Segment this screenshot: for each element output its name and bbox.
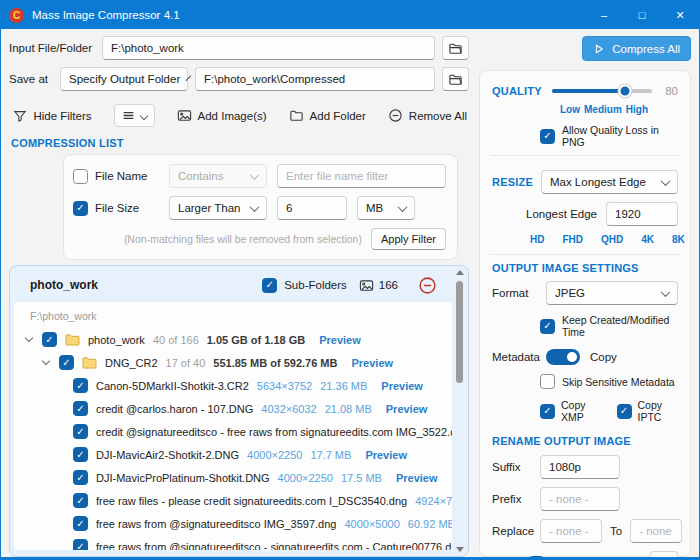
metadata-state-label: Copy: [590, 351, 617, 363]
output-folder-field[interactable]: [195, 67, 435, 91]
row-checkbox[interactable]: [42, 332, 57, 347]
preview-link[interactable]: Preview: [386, 403, 428, 415]
apply-filter-button[interactable]: Apply Filter: [371, 228, 446, 250]
row-dimensions: 4000×2250: [278, 472, 333, 484]
tree-row-file[interactable]: credit @signatureeditsco - free raws fro…: [14, 420, 452, 443]
save-at-label: Save at: [9, 73, 53, 85]
quality-high-label[interactable]: High: [626, 104, 648, 115]
chevron-down-icon[interactable]: [24, 338, 34, 341]
copy-iptc-checkbox[interactable]: [617, 404, 632, 419]
preset-fhd-link[interactable]: FHD: [562, 234, 583, 245]
resize-mode-select[interactable]: Max Longest Edge: [541, 170, 678, 194]
remove-folder-button[interactable]: [416, 274, 438, 296]
watermark-settings-button[interactable]: ⚙: [650, 551, 678, 560]
preset-hd-link[interactable]: HD: [530, 234, 544, 245]
metadata-label: Metadata: [492, 351, 536, 363]
remove-all-label: Remove All: [409, 110, 467, 122]
tree-row-file[interactable]: Canon-5DMarkII-Shotkit-3.CR25634×375221.…: [14, 374, 452, 397]
row-dimensions: 4924×7378: [415, 495, 452, 507]
format-select[interactable]: JPEG: [546, 281, 678, 305]
tree-row-file[interactable]: DJI-MavicProPlatinum-Shotkit.DNG4000×225…: [14, 466, 452, 489]
file-name-operator-select[interactable]: Contains: [169, 164, 267, 188]
keep-time-checkbox[interactable]: [540, 319, 555, 334]
compression-list-heading: COMPRESSION LIST: [11, 137, 469, 149]
longest-edge-input[interactable]: [606, 202, 678, 226]
chevron-down-icon[interactable]: [41, 361, 51, 364]
preview-link[interactable]: Preview: [381, 380, 423, 392]
file-size-value-input[interactable]: [277, 196, 347, 220]
scrollbar-thumb[interactable]: [456, 281, 463, 383]
file-size-filter-checkbox[interactable]: [73, 201, 88, 216]
suffix-input[interactable]: [540, 455, 620, 479]
image-count-icon: [359, 278, 374, 293]
metadata-toggle[interactable]: [546, 349, 580, 365]
row-checkbox[interactable]: [73, 378, 88, 393]
row-checkbox[interactable]: [73, 401, 88, 416]
tree-row-file[interactable]: credit @carlos.haron - 107.DNG4032×60322…: [14, 397, 452, 420]
browse-input-button[interactable]: [442, 36, 469, 60]
subfolders-checkbox[interactable]: [262, 278, 277, 293]
row-size: 551.85 MB of 592.76 MB: [213, 357, 337, 369]
image-count: 166: [379, 279, 398, 291]
minimize-button[interactable]: –: [585, 1, 623, 29]
file-size-operator-select[interactable]: Larger Than: [169, 196, 267, 220]
image-icon: [177, 108, 192, 123]
add-images-button[interactable]: Add Image(s): [177, 108, 267, 123]
scroll-up-arrow[interactable]: [456, 270, 464, 275]
row-checkbox[interactable]: [73, 493, 88, 508]
preset-8k-link[interactable]: 8K: [672, 234, 685, 245]
close-button[interactable]: ✕: [661, 1, 699, 29]
preview-link[interactable]: Preview: [319, 334, 361, 346]
row-checkbox[interactable]: [73, 516, 88, 531]
quality-medium-label[interactable]: Medium: [584, 104, 622, 115]
preset-4k-link[interactable]: 4K: [641, 234, 654, 245]
quality-low-label[interactable]: Low: [560, 104, 580, 115]
browse-output-button[interactable]: [442, 67, 469, 91]
hide-filters-button[interactable]: Hide Filters: [13, 109, 91, 123]
file-name-filter-checkbox[interactable]: [73, 169, 88, 184]
keep-time-label: Keep Created/Modified Time: [562, 314, 678, 338]
tree-row-file[interactable]: free raws from @signatureeditsco IMG_359…: [14, 512, 452, 535]
row-checkbox[interactable]: [73, 470, 88, 485]
tree-row-file[interactable]: DJI-MavicAir2-Shotkit-2.DNG4000×225017.7…: [14, 443, 452, 466]
quality-slider[interactable]: [552, 89, 652, 93]
file-size-unit-select[interactable]: MB: [357, 196, 415, 220]
list-menu-button[interactable]: [114, 104, 155, 127]
preset-qhd-link[interactable]: QHD: [601, 234, 623, 245]
skip-sensitive-checkbox[interactable]: [540, 374, 555, 389]
input-folder-field[interactable]: [102, 36, 435, 60]
remove-all-button[interactable]: Remove All: [388, 108, 467, 123]
row-checkbox[interactable]: [59, 355, 74, 370]
scroll-down-arrow[interactable]: [456, 547, 464, 552]
subfolders-label: Sub-Folders: [284, 279, 347, 291]
compress-all-label: Compress All: [612, 43, 680, 55]
row-checkbox[interactable]: [73, 424, 88, 439]
preview-link[interactable]: Preview: [365, 449, 407, 461]
file-name-filter-label: File Name: [95, 170, 147, 182]
input-folder-label: Input File/Folder: [9, 42, 95, 54]
resize-presets: HD FHD QHD 4K 8K: [530, 234, 664, 245]
tree-row-folder[interactable]: DNG_CR217 of 40551.85 MB of 592.76 MBPre…: [14, 351, 452, 374]
compress-all-button[interactable]: Compress All: [582, 36, 691, 61]
row-checkbox[interactable]: [73, 539, 88, 550]
add-folder-button[interactable]: Add Folder: [289, 108, 366, 123]
tree-row-file[interactable]: free raw files - please credit signature…: [14, 489, 452, 512]
copy-xmp-checkbox[interactable]: [540, 404, 555, 419]
row-checkbox[interactable]: [73, 447, 88, 462]
allow-png-loss-checkbox[interactable]: [540, 129, 555, 144]
file-name-filter-input[interactable]: [277, 164, 446, 188]
replace-from-input[interactable]: [540, 519, 602, 543]
minus-circle-icon: [388, 108, 403, 123]
maximize-button[interactable]: □: [623, 1, 661, 29]
prefix-input[interactable]: [540, 487, 620, 511]
preview-link[interactable]: Preview: [396, 472, 438, 484]
tree-row-file[interactable]: free raws from @signatureeditsco - signa…: [14, 535, 452, 550]
list-toolbar: Hide Filters Add Image(s): [9, 104, 469, 127]
preview-link[interactable]: Preview: [351, 357, 393, 369]
output-mode-select[interactable]: Specify Output Folder: [60, 67, 188, 91]
list-scrollbar[interactable]: [454, 270, 465, 552]
apply-watermark-checkbox[interactable]: [529, 556, 544, 560]
tree-row-folder[interactable]: photo_work40 of 1661.05 GB of 1.18 GBPre…: [14, 328, 452, 351]
replace-to-input[interactable]: [630, 519, 682, 543]
quality-slider-thumb[interactable]: [619, 85, 632, 98]
